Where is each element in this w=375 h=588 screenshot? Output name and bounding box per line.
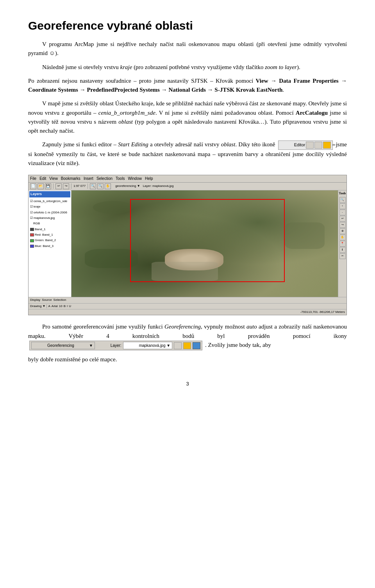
drawing-underline[interactable]: U	[69, 304, 71, 309]
tb-new[interactable]: 📄	[30, 183, 36, 189]
tab-display[interactable]: Display	[30, 298, 40, 302]
georef-main-btn[interactable]: Georeferencing ▼	[31, 342, 95, 350]
drawing-bold[interactable]: B	[64, 304, 66, 309]
layer-ortofoto[interactable]: ☑ortofoto 1 m (2004-2006	[29, 210, 70, 215]
para4-oblast: oblast	[118, 119, 133, 125]
page-title: Georeference vybrané oblasti	[28, 19, 347, 33]
tab-selection[interactable]: Selection	[54, 298, 66, 302]
status-coords: -793113,701 -961206,17 Meters	[300, 310, 345, 314]
arcmap-map	[71, 190, 338, 297]
layers-title: Layers	[29, 191, 70, 197]
arcmap-tabs: Display Source Selection	[29, 297, 346, 303]
tb-coord-display: 1:97 077	[73, 184, 86, 188]
tb-pan[interactable]: ✋	[105, 183, 111, 189]
para3-coordsys: Coordinate Systems	[28, 87, 78, 93]
terrain-patch-1	[93, 201, 133, 214]
paragraph-1: V programu ArcMap jsme si nejdříve necha…	[28, 40, 347, 58]
tb-redo[interactable]: ↪	[63, 183, 69, 189]
tools-btn-5[interactable]: ↪	[339, 222, 346, 228]
para3-arrow1: →	[268, 78, 279, 84]
para6-suffix: , vypnuly možnost	[201, 323, 246, 330]
menu-view[interactable]: View	[49, 176, 58, 182]
arcmap-menubar: File Edit View Bookmarks Insert Selectio…	[29, 175, 346, 183]
arcmap-statusbar: -793113,701 -961206,17 Meters	[29, 309, 346, 315]
menu-insert[interactable]: Insert	[84, 176, 93, 182]
layer-mapkanova[interactable]: ☑mapkanová.jpg	[29, 215, 70, 221]
paragraph-6: Pro samotné georeferencování jsme využil…	[28, 322, 347, 350]
menu-edit[interactable]: Edit	[39, 176, 46, 182]
para7-text: byly dobře rozmístěné po celé mapce.	[28, 356, 117, 362]
tb-zoom-in[interactable]: 🔍	[90, 183, 96, 189]
menu-selection[interactable]: Selection	[96, 176, 112, 182]
menu-bookmarks[interactable]: Bookmarks	[61, 176, 80, 182]
para5-oblast: oblast	[221, 141, 236, 147]
georef-dropdown-arrow: ▼	[75, 343, 93, 349]
para5-end: . Díky této ikoně	[235, 141, 275, 147]
tools-btn-1[interactable]: 🔍	[339, 197, 346, 203]
paragraph-7: byly dobře rozmístěné po celé mapce.	[28, 355, 347, 364]
menu-tools[interactable]: Tools	[116, 176, 125, 182]
para5-prefix: Zapnuly jsme si funkci editor –	[42, 141, 118, 147]
para3-arrow4: →	[160, 87, 169, 93]
drawing-font: Arial	[52, 304, 58, 309]
layer-blue: Blue: Band_3	[29, 243, 70, 249]
para4-arccatalog: ArcCatalogu	[296, 110, 328, 116]
tools-btn-3[interactable]: -	[339, 210, 346, 215]
tools-btn-10[interactable]: ✂	[339, 253, 346, 259]
arcmap-drawing-bar: Drawing ▼ A Arial 10 B I U	[29, 303, 346, 309]
para3-arrow3: →	[78, 87, 87, 93]
tools-btn-8[interactable]: 📍	[339, 241, 346, 247]
arcmap-screenshot: File Edit View Bookmarks Insert Selectio…	[28, 175, 347, 315]
para6-auto: auto	[246, 323, 257, 330]
para4-italic: cenia_b_ortorgb1m_sde	[98, 110, 155, 116]
editor-pencil-btn[interactable]: ✏	[323, 142, 331, 149]
editor-toolbar-inline[interactable]: Editor ▼ ▶ ✏	[278, 140, 333, 150]
tb-undo[interactable]: ↩	[55, 183, 62, 189]
layer-red: Red: Band_1	[29, 232, 70, 238]
georef-layer-value: mapkanová.jpg	[139, 343, 166, 348]
page-number: 3	[28, 380, 347, 388]
menu-help[interactable]: Help	[145, 176, 153, 182]
para6-end2: . Zvolily jsme body tak, aby	[205, 342, 271, 348]
georef-toolbar-inline[interactable]: Georeferencing ▼ Layer: mapkanová.jpg ▼ …	[29, 341, 202, 351]
georef-label: Georeferencing	[33, 343, 74, 349]
menu-window[interactable]: Window	[128, 176, 142, 182]
para3-sjtsk: S-JTSK Krovak EastNorth	[214, 87, 282, 93]
selection-rectangle	[130, 199, 285, 282]
layer-kraje[interactable]: ☑kraje	[29, 204, 70, 210]
drawing-size: 10	[59, 304, 62, 309]
tools-title: Tools	[339, 191, 346, 196]
tb-save[interactable]: 💾	[45, 183, 51, 189]
menu-file[interactable]: File	[30, 176, 36, 182]
terrain-patch-3	[285, 222, 325, 249]
layer-cenia[interactable]: ☑cenia_b_ortorgb1m_sde	[29, 199, 70, 204]
para3-predef: PredefinedProjected Systems	[87, 87, 159, 93]
drawing-label: Drawing ▼	[30, 304, 45, 309]
para3-view: View	[256, 78, 268, 84]
paragraph-5: Zapnuly jsme si funkci editor – Start Ed…	[28, 140, 347, 168]
para2-prefix: Následně jsme si otevřely vrstvu	[42, 64, 120, 70]
drawing-btn-1[interactable]: A	[48, 304, 50, 309]
georef-icon-blue[interactable]: ⊞	[193, 342, 200, 349]
para3-arrow5: →	[206, 87, 215, 93]
para3-dframe: Data Frame Properties	[279, 78, 338, 84]
para2-end: ).	[297, 64, 300, 70]
tab-source[interactable]: Source	[42, 298, 52, 302]
tools-btn-7[interactable]: ✋	[339, 234, 346, 240]
para1-text: V programu ArcMap jsme si nejdříve necha…	[28, 41, 347, 56]
para4-end: . V ní jsme si zvětšily námi požadovanou…	[155, 110, 296, 116]
tools-btn-2[interactable]: +	[339, 203, 346, 209]
layer-green: Green: Band_2	[29, 238, 70, 243]
tools-btn-6[interactable]: ⊕	[339, 228, 346, 234]
para6-prefix: Pro samotné georeferencování jsme využil…	[42, 323, 164, 330]
georef-layer-dropdown[interactable]: mapkanová.jpg ▼	[123, 342, 173, 350]
para2-suffix: (pro zobrazení potřebné vrstvy využijeme…	[132, 64, 265, 70]
tb-zoom-out[interactable]: 🔍	[97, 183, 104, 189]
paragraph-3: Po zobrazení nejsou nastaveny souřadnice…	[28, 76, 347, 95]
tools-btn-9[interactable]: ℹ	[339, 247, 346, 253]
paragraph-2: Následně jsme si otevřely vrstvu kraje (…	[28, 63, 347, 72]
drawing-italic[interactable]: I	[67, 304, 68, 309]
arcmap-toolbar: 📄 📂 💾 ↩ ↪ 1:97 077 🔍 🔍 ✋ georeferencing …	[29, 183, 346, 190]
tb-open[interactable]: 📂	[38, 183, 44, 189]
tools-btn-4[interactable]: ↩	[339, 216, 346, 222]
